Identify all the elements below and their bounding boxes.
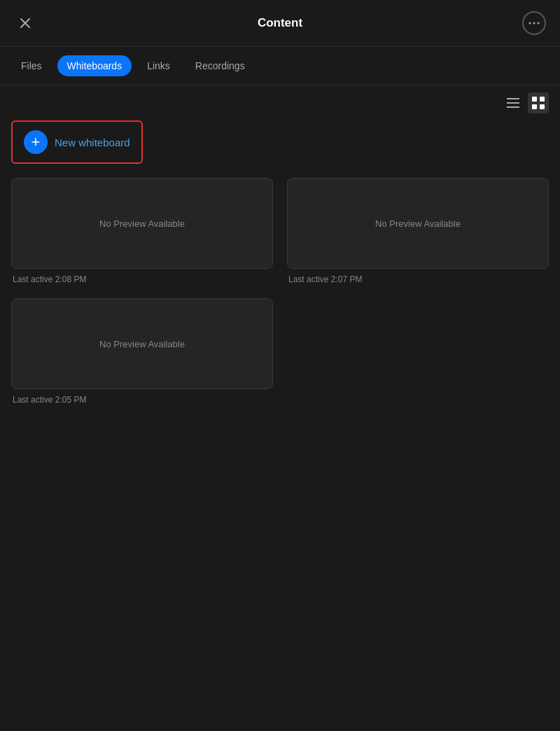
list-item: No Preview Available Last active 2:07 PM [287, 178, 549, 284]
tab-files[interactable]: Files [11, 55, 52, 76]
tab-recordings[interactable]: Recordings [186, 55, 255, 76]
more-options-button[interactable] [522, 11, 546, 35]
new-whiteboard-button[interactable]: + New whiteboard [17, 126, 137, 158]
preview-text-1: No Preview Available [99, 218, 185, 229]
close-button[interactable] [14, 12, 36, 34]
header: Content [0, 0, 560, 47]
page-title: Content [258, 16, 302, 30]
svg-point-3 [533, 22, 536, 25]
whiteboard-preview-2[interactable]: No Preview Available [287, 178, 549, 269]
svg-rect-8 [532, 97, 537, 102]
content-area: + New whiteboard No Preview Available La… [0, 120, 560, 416]
new-whiteboard-label: New whiteboard [55, 137, 130, 148]
preview-text-3: No Preview Available [99, 339, 185, 349]
tab-bar: Files Whiteboards Links Recordings [0, 47, 560, 85]
list-item: No Preview Available Last active 2:08 PM [11, 178, 273, 284]
new-whiteboard-highlight: + New whiteboard [11, 120, 143, 164]
view-toolbar [0, 85, 560, 120]
plus-icon: + [24, 130, 48, 154]
whiteboard-grid: No Preview Available Last active 2:08 PM… [11, 178, 549, 405]
last-active-3: Last active 2:05 PM [11, 395, 273, 405]
grid-view-button[interactable] [528, 92, 549, 113]
svg-point-4 [538, 22, 540, 25]
list-item: No Preview Available Last active 2:05 PM [11, 298, 273, 405]
last-active-1: Last active 2:08 PM [11, 274, 273, 284]
preview-text-2: No Preview Available [375, 218, 461, 229]
whiteboard-preview-3[interactable]: No Preview Available [11, 298, 273, 389]
whiteboard-preview-1[interactable]: No Preview Available [11, 178, 273, 269]
svg-rect-10 [532, 104, 537, 109]
list-view-button[interactable] [503, 92, 524, 113]
last-active-2: Last active 2:07 PM [287, 274, 549, 284]
svg-rect-9 [540, 97, 545, 102]
tab-links[interactable]: Links [137, 55, 180, 76]
svg-rect-11 [540, 104, 545, 109]
tab-whiteboards[interactable]: Whiteboards [57, 55, 132, 76]
svg-point-2 [529, 22, 531, 25]
